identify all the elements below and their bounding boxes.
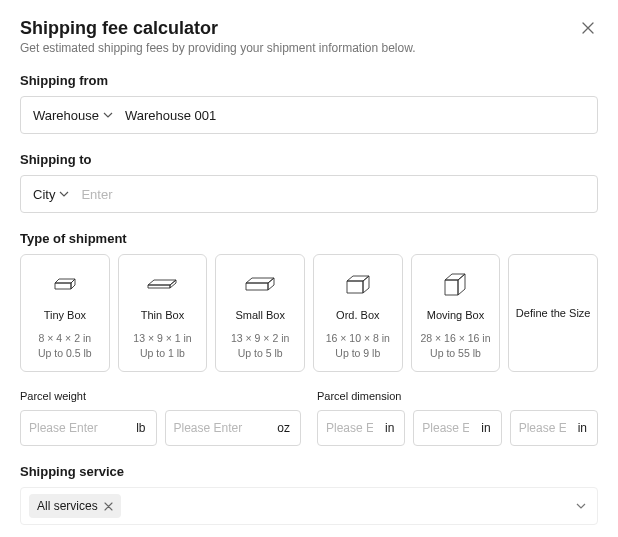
shipment-card-tiny[interactable]: Tiny Box 8 × 4 × 2 in Up to 0.5 lb (20, 254, 110, 372)
shipping-from-selector[interactable]: Warehouse (33, 108, 113, 123)
dim-input-3[interactable]: in (510, 410, 598, 446)
dim-input-2[interactable]: in (413, 410, 501, 446)
dim-2-field[interactable] (414, 421, 477, 435)
dim-input-1[interactable]: in (317, 410, 405, 446)
card-weight: Up to 0.5 lb (38, 346, 92, 361)
weight-lb-field[interactable] (21, 421, 132, 435)
shipping-to-placeholder: Enter (81, 187, 585, 202)
service-chip-label: All services (37, 499, 98, 513)
chevron-down-icon (59, 189, 69, 199)
card-dims: 16 × 10 × 8 in (326, 331, 390, 346)
ord-box-icon (343, 271, 373, 297)
card-weight: Up to 55 lb (430, 346, 481, 361)
shipment-card-small[interactable]: Small Box 13 × 9 × 2 in Up to 5 lb (215, 254, 305, 372)
weight-input-oz[interactable]: oz (165, 410, 302, 446)
card-weight: Up to 9 lb (335, 346, 380, 361)
parcel-dimension-label: Parcel dimension (317, 390, 598, 402)
chip-remove-button[interactable] (104, 502, 113, 511)
shipping-service-select[interactable]: All services (20, 487, 598, 525)
card-title: Moving Box (427, 309, 484, 321)
card-title: Tiny Box (44, 309, 86, 321)
shipping-to-selector-label: City (33, 187, 55, 202)
chevron-down-icon (575, 500, 587, 512)
thin-box-icon (145, 275, 179, 293)
shipment-card-moving[interactable]: Moving Box 28 × 16 × 16 in Up to 55 lb (411, 254, 501, 372)
small-box-icon (243, 274, 277, 294)
shipping-from-label: Shipping from (20, 73, 598, 88)
weight-oz-field[interactable] (166, 421, 274, 435)
close-button[interactable] (578, 18, 598, 38)
parcel-weight-label: Parcel weight (20, 390, 301, 402)
type-of-shipment-label: Type of shipment (20, 231, 598, 246)
shipping-to-label: Shipping to (20, 152, 598, 167)
card-weight: Up to 5 lb (238, 346, 283, 361)
service-chip[interactable]: All services (29, 494, 121, 518)
chevron-down-icon (103, 110, 113, 120)
moving-box-icon (440, 269, 470, 299)
shipping-from-value: Warehouse 001 (125, 108, 585, 123)
shipping-from-selector-label: Warehouse (33, 108, 99, 123)
weight-input-lb[interactable]: lb (20, 410, 157, 446)
shipment-card-thin[interactable]: Thin Box 13 × 9 × 1 in Up to 1 lb (118, 254, 208, 372)
define-size-label: Define the Size (516, 307, 591, 319)
page-title: Shipping fee calculator (20, 18, 218, 39)
unit-suffix: in (477, 421, 500, 435)
shipping-from-field[interactable]: Warehouse Warehouse 001 (20, 96, 598, 134)
card-weight: Up to 1 lb (140, 346, 185, 361)
unit-suffix: oz (273, 421, 300, 435)
tiny-box-icon (51, 275, 79, 293)
card-dims: 13 × 9 × 1 in (133, 331, 191, 346)
close-icon (582, 22, 594, 34)
shipping-to-selector[interactable]: City (33, 187, 69, 202)
unit-suffix: in (381, 421, 404, 435)
card-dims: 13 × 9 × 2 in (231, 331, 289, 346)
dim-1-field[interactable] (318, 421, 381, 435)
card-dims: 8 × 4 × 2 in (39, 331, 92, 346)
unit-suffix: in (574, 421, 597, 435)
page-subtitle: Get estimated shipping fees by providing… (20, 41, 598, 55)
card-dims: 28 × 16 × 16 in (420, 331, 490, 346)
shipment-type-grid: Tiny Box 8 × 4 × 2 in Up to 0.5 lb Thin … (20, 254, 598, 372)
dim-3-field[interactable] (511, 421, 574, 435)
close-icon (104, 502, 113, 511)
shipment-card-ord[interactable]: Ord. Box 16 × 10 × 8 in Up to 9 lb (313, 254, 403, 372)
unit-suffix: lb (132, 421, 155, 435)
card-title: Small Box (235, 309, 285, 321)
shipment-card-define[interactable]: Define the Size (508, 254, 598, 372)
shipping-service-label: Shipping service (20, 464, 598, 479)
card-title: Ord. Box (336, 309, 379, 321)
shipping-to-field[interactable]: City Enter (20, 175, 598, 213)
card-title: Thin Box (141, 309, 184, 321)
